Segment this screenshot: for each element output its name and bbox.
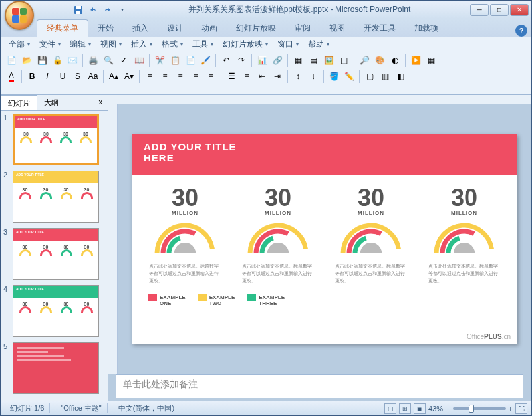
- minimize-button[interactable]: ─: [470, 4, 489, 16]
- align-center-icon[interactable]: ≡: [158, 70, 172, 83]
- slide-canvas[interactable]: ADD YOUR TITLE HERE 30 MILLION 点击此处添加文本信…: [118, 104, 531, 374]
- spellcheck-icon[interactable]: ✓: [117, 54, 130, 67]
- zoom-icon[interactable]: 🔎: [358, 54, 371, 67]
- copy-icon[interactable]: 📋: [168, 54, 182, 67]
- zoom-in-button[interactable]: +: [509, 405, 513, 413]
- thumbnail-5[interactable]: 5: [3, 342, 105, 394]
- new-slide-icon[interactable]: ▢: [363, 70, 376, 83]
- align-left-icon[interactable]: ≡: [143, 70, 156, 83]
- align-right-icon[interactable]: ≡: [174, 70, 187, 83]
- menu-all[interactable]: 全部: [5, 37, 34, 51]
- grid-icon[interactable]: ▦: [424, 54, 438, 67]
- tab-addins[interactable]: 加载项: [405, 20, 448, 37]
- redo-icon[interactable]: ↷: [235, 54, 248, 67]
- thumbnail-3[interactable]: 3 ADD YOUR TITLE 30 30 30 30: [3, 228, 105, 280]
- thumbnail-2[interactable]: 2 ADD YOUR TITLE 30 30 30 30: [3, 171, 105, 223]
- hyperlink-icon[interactable]: 🔗: [271, 54, 284, 67]
- bold-icon[interactable]: B: [25, 70, 39, 83]
- menu-edit[interactable]: 编辑: [66, 37, 95, 51]
- close-button[interactable]: ✕: [510, 4, 529, 16]
- office-button[interactable]: [5, 1, 34, 30]
- menu-tools[interactable]: 工具: [188, 37, 217, 51]
- picture-icon[interactable]: 🖼️: [322, 54, 335, 67]
- decrease-indent-icon[interactable]: ⇤: [255, 70, 269, 83]
- redo-icon[interactable]: [102, 4, 114, 16]
- menu-format[interactable]: 格式: [158, 37, 187, 51]
- normal-view-icon[interactable]: ▢: [384, 403, 396, 414]
- numbering-icon[interactable]: ≡: [240, 70, 253, 83]
- undo-icon[interactable]: ↶: [219, 54, 233, 67]
- italic-icon[interactable]: I: [41, 70, 54, 83]
- maximize-button[interactable]: □: [490, 4, 509, 16]
- paste-icon[interactable]: 📄: [184, 54, 197, 67]
- shape-outline-icon[interactable]: ✏️: [342, 70, 356, 83]
- menu-file[interactable]: 文件: [35, 37, 65, 51]
- slide[interactable]: ADD YOUR TITLE HERE 30 MILLION 点击此处添加文本信…: [132, 134, 517, 344]
- table-icon[interactable]: ▦: [291, 54, 305, 67]
- change-case-icon[interactable]: Aa: [86, 70, 100, 83]
- save-icon[interactable]: [72, 4, 84, 16]
- menu-slideshow[interactable]: 幻灯片放映: [219, 37, 272, 51]
- shadow-icon[interactable]: S: [71, 70, 84, 83]
- help-icon[interactable]: ?: [515, 25, 527, 37]
- tab-design[interactable]: 设计: [158, 20, 192, 37]
- new-icon[interactable]: 📄: [5, 54, 18, 67]
- print-preview-icon[interactable]: 🔍: [102, 54, 115, 67]
- tab-slideshow[interactable]: 幻灯片放映: [227, 20, 285, 37]
- color-icon[interactable]: 🎨: [373, 54, 386, 67]
- tab-developer[interactable]: 开发工具: [354, 20, 405, 37]
- panel-tab-slides[interactable]: 幻灯片: [1, 95, 37, 110]
- bullets-icon[interactable]: ☰: [225, 70, 238, 83]
- gauge-3[interactable]: 30 MILLION 点击此处添加文本信息。标题数字等都可以通过点击和重新输入进…: [331, 186, 411, 285]
- menu-help[interactable]: 帮助: [304, 37, 333, 51]
- diagram-icon[interactable]: ◫: [337, 54, 350, 67]
- thumbnail-4[interactable]: 4 ADD YOUR TITLE 30 30 30 30: [3, 285, 105, 337]
- shape-fill-icon[interactable]: 🪣: [327, 70, 340, 83]
- sorter-view-icon[interactable]: ⊞: [399, 403, 411, 414]
- zoom-level[interactable]: 43%: [428, 405, 443, 413]
- format-painter-icon[interactable]: 🖌️: [199, 54, 212, 67]
- slideshow-view-icon[interactable]: ▣: [414, 403, 426, 414]
- thumbnail-1[interactable]: 1 ADD YOUR TITLE 30 30 30 30: [3, 114, 105, 165]
- tab-review[interactable]: 审阅: [285, 20, 320, 37]
- grow-font-icon[interactable]: A▴: [107, 70, 120, 83]
- slideshow-icon[interactable]: ▶️: [409, 54, 422, 67]
- shrink-font-icon[interactable]: A▾: [122, 70, 136, 83]
- zoom-slider[interactable]: [453, 407, 506, 410]
- underline-icon[interactable]: U: [56, 70, 69, 83]
- save-icon[interactable]: 💾: [35, 54, 49, 67]
- tab-classic-menu[interactable]: 经典菜单: [37, 19, 88, 37]
- gauge-2[interactable]: 30 MILLION 点击此处添加文本信息。标题数字等都可以通过点击和重新输入进…: [238, 186, 318, 285]
- distributed-icon[interactable]: ≡: [204, 70, 217, 83]
- zoom-out-button[interactable]: −: [446, 405, 450, 413]
- tab-animation[interactable]: 动画: [192, 20, 227, 37]
- thumbnail-list[interactable]: 1 ADD YOUR TITLE 30 30 30 30 2 AD: [1, 111, 108, 401]
- undo-icon[interactable]: [87, 4, 99, 16]
- cut-icon[interactable]: ✂️: [153, 54, 166, 67]
- open-icon[interactable]: 📂: [20, 54, 33, 67]
- line-spacing-icon[interactable]: ↕: [291, 70, 305, 83]
- tab-home[interactable]: 开始: [88, 20, 123, 37]
- notes-pane[interactable]: 单击此处添加备注: [116, 374, 523, 398]
- slide-title[interactable]: ADD YOUR TITLE HERE: [132, 134, 517, 175]
- chart-icon[interactable]: 📊: [255, 54, 269, 67]
- font-color-icon[interactable]: A: [5, 70, 18, 83]
- menu-insert[interactable]: 插入: [127, 37, 156, 51]
- design-icon[interactable]: ◧: [394, 70, 407, 83]
- permission-icon[interactable]: 🔓: [51, 54, 64, 67]
- menu-window[interactable]: 窗口: [273, 37, 303, 51]
- panel-close-button[interactable]: x: [94, 95, 108, 110]
- research-icon[interactable]: 📖: [132, 54, 146, 67]
- print-icon[interactable]: 🖨️: [86, 54, 100, 67]
- grayscale-icon[interactable]: ◐: [388, 54, 402, 67]
- tab-insert[interactable]: 插入: [123, 20, 158, 37]
- text-direction-icon[interactable]: ↓: [307, 70, 320, 83]
- qat-dropdown-icon[interactable]: ▾: [116, 4, 128, 16]
- tables-icon[interactable]: ▤: [307, 54, 320, 67]
- gauge-4[interactable]: 30 MILLION 点击此处添加文本信息。标题数字等都可以通过点击和重新输入进…: [424, 186, 504, 285]
- panel-tab-outline[interactable]: 大纲: [37, 95, 65, 110]
- justify-icon[interactable]: ≡: [189, 70, 202, 83]
- increase-indent-icon[interactable]: ⇥: [271, 70, 284, 83]
- mail-icon[interactable]: ✉️: [66, 54, 79, 67]
- menu-view[interactable]: 视图: [96, 37, 126, 51]
